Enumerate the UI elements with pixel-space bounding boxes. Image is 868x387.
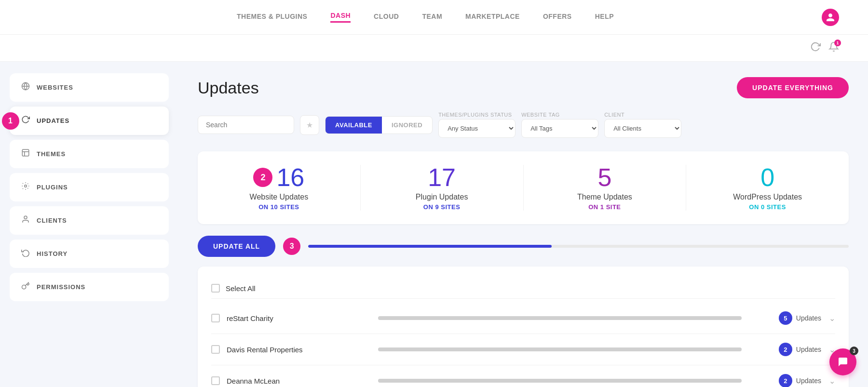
nav-marketplace[interactable]: MARKETPLACE [465, 13, 520, 22]
available-tab[interactable]: AVAILABLE [326, 117, 382, 133]
bell-wrapper: 1 [828, 41, 839, 54]
list-item-restart-charity: reStart Charity 5 Updates ⌄ [211, 303, 835, 334]
select-all-label: Select All [226, 284, 256, 293]
restart-charity-name: reStart Charity [227, 314, 371, 322]
davis-rental-updates: 2 Updates ⌄ [748, 343, 835, 356]
deanna-mclean-updates: 2 Updates ⌄ [748, 374, 835, 387]
nav-team[interactable]: TEAM [422, 13, 442, 22]
sidebar-label-themes: THEMES [37, 150, 66, 158]
deanna-mclean-updates-label: Updates [796, 377, 821, 385]
clients-icon [21, 215, 30, 226]
bell-badge: 1 [834, 40, 841, 46]
permissions-icon [21, 281, 30, 293]
status-filter-group: THEMES/PLUGINS STATUS Any Status Active … [438, 112, 515, 138]
stat-number-row-websites: 2 16 [207, 165, 351, 190]
tag-filter-group: WEBSITE TAG All Tags [521, 112, 598, 138]
sidebar-label-clients: CLIENTS [37, 217, 67, 224]
websites-badge: 2 [253, 168, 272, 187]
davis-rental-bar [378, 347, 742, 351]
plugin-updates-label: Plugin Updates [370, 193, 514, 201]
nav-dash[interactable]: DASH [330, 12, 351, 23]
deanna-mclean-name: Deanna McLean [227, 377, 371, 385]
progress-bar-fill [308, 245, 551, 248]
select-all-row: Select All [211, 278, 835, 299]
theme-updates-label: Theme Updates [533, 193, 677, 201]
client-filter-group: CLIENT All Clients [604, 112, 681, 138]
search-input[interactable] [198, 116, 294, 134]
website-updates-number: 16 [276, 165, 304, 190]
stat-plugin-updates: 17 Plugin Updates ON 9 SITES [361, 165, 524, 211]
user-avatar[interactable] [822, 9, 839, 26]
stat-wordpress-updates: 0 WordPress Updates ON 0 SITES [686, 165, 849, 211]
updates-badge: 1 [2, 112, 19, 130]
stats-row: 2 16 Website Updates ON 10 SITES 17 Plug… [198, 151, 849, 224]
content-area: Updates UPDATE EVERYTHING ★ AVAILABLE IG… [178, 62, 868, 387]
sub-header: 1 [0, 35, 868, 62]
refresh-icon[interactable] [810, 41, 821, 54]
theme-updates-sub: ON 1 SITE [533, 203, 677, 211]
chat-badge: 3 [850, 347, 858, 355]
tag-filter-label: WEBSITE TAG [521, 112, 598, 118]
restart-charity-bar [378, 316, 742, 320]
progress-bar [308, 245, 849, 248]
available-ignored-toggle: AVAILABLE IGNORED [325, 116, 433, 134]
tag-select[interactable]: All Tags [521, 119, 598, 138]
svg-point-3 [25, 185, 27, 187]
stat-number-row-plugins: 17 [370, 165, 514, 190]
davis-rental-name: Davis Rental Properties [227, 346, 371, 354]
deanna-mclean-chevron[interactable]: ⌄ [829, 376, 835, 386]
star-button[interactable]: ★ [300, 115, 319, 135]
top-nav: THEMES & PLUGINS DASH CLOUD TEAM MARKETP… [0, 0, 868, 35]
stat-website-updates: 2 16 Website Updates ON 10 SITES [198, 165, 361, 211]
theme-updates-number: 5 [597, 165, 611, 190]
page-title: Updates [198, 79, 259, 97]
stat-theme-updates: 5 Theme Updates ON 1 SITE [524, 165, 687, 211]
sidebar-item-clients[interactable]: CLIENTS [10, 206, 169, 235]
update-everything-button[interactable]: UPDATE EVERYTHING [737, 77, 849, 98]
sidebar-label-plugins: PLUGINS [37, 184, 68, 191]
sidebar-label-history: HISTORY [37, 250, 68, 257]
status-select[interactable]: Any Status Active Inactive [438, 119, 515, 138]
globe-icon [21, 82, 30, 93]
main-layout: WEBSITES 1 UPDATES THEMES [0, 62, 868, 387]
stat-number-row-wp: 0 [696, 165, 839, 190]
nav-help[interactable]: HELP [595, 13, 614, 22]
filters-row: ★ AVAILABLE IGNORED THEMES/PLUGINS STATU… [198, 112, 849, 138]
sidebar-item-updates[interactable]: 1 UPDATES [10, 107, 169, 135]
davis-rental-count: 2 [779, 343, 792, 356]
select-all-checkbox[interactable] [211, 284, 220, 293]
wordpress-updates-number: 0 [760, 165, 774, 190]
update-all-button[interactable]: UPDATE ALL [198, 236, 275, 257]
nav-offers[interactable]: OFFERS [543, 13, 572, 22]
restart-charity-updates: 5 Updates ⌄ [748, 311, 835, 325]
update-all-badge: 3 [283, 238, 300, 255]
sidebar-label-updates: UPDATES [37, 117, 69, 124]
davis-rental-checkbox[interactable] [211, 345, 220, 354]
chat-button[interactable]: 3 [829, 348, 856, 375]
svg-point-4 [24, 216, 27, 219]
plugin-updates-number: 17 [428, 165, 456, 190]
update-bar-row: UPDATE ALL 3 [198, 236, 849, 257]
ignored-tab[interactable]: IGNORED [382, 117, 432, 133]
updates-list-panel: Select All reStart Charity 5 Updates ⌄ D… [198, 267, 849, 387]
deanna-mclean-checkbox[interactable] [211, 376, 220, 385]
deanna-mclean-bar [378, 379, 742, 383]
client-filter-label: CLIENT [604, 112, 681, 118]
restart-charity-chevron[interactable]: ⌄ [829, 314, 835, 323]
list-item-deanna-mclean: Deanna McLean 2 Updates ⌄ [211, 365, 835, 387]
refresh-icon-sidebar [21, 115, 30, 126]
nav-themes-plugins[interactable]: THEMES & PLUGINS [237, 13, 307, 22]
nav-links: THEMES & PLUGINS DASH CLOUD TEAM MARKETP… [29, 12, 822, 23]
client-select[interactable]: All Clients [604, 119, 681, 138]
stat-number-row-themes: 5 [533, 165, 677, 190]
plugin-updates-sub: ON 9 SITES [370, 203, 514, 211]
website-updates-sub: ON 10 SITES [207, 203, 351, 211]
sidebar-item-plugins[interactable]: PLUGINS [10, 173, 169, 201]
nav-cloud[interactable]: CLOUD [374, 13, 399, 22]
sidebar-item-permissions[interactable]: PERMISSIONS [10, 273, 169, 301]
sidebar-item-themes[interactable]: THEMES [10, 140, 169, 168]
restart-charity-checkbox[interactable] [211, 314, 220, 322]
sidebar-item-websites[interactable]: WEBSITES [10, 73, 169, 102]
wordpress-updates-sub: ON 0 SITES [696, 203, 839, 211]
sidebar-item-history[interactable]: HISTORY [10, 240, 169, 268]
